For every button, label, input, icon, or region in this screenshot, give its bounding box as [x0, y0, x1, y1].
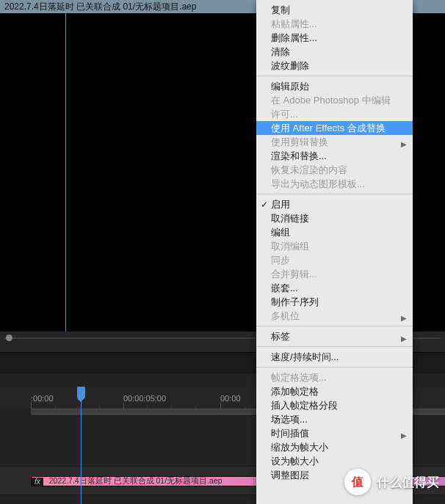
menu-item-label: 场选项... — [271, 413, 308, 426]
menu-item[interactable]: 插入帧定格分段 — [256, 398, 413, 412]
menu-item[interactable]: 嵌套... — [256, 281, 413, 295]
watermark-bubble: 值 — [344, 469, 371, 495]
menu-item[interactable]: 缩放为帧大小 — [256, 440, 413, 454]
menu-item-label: 同步 — [271, 254, 290, 266]
menu-item[interactable]: 场选项... — [256, 412, 413, 426]
menu-item-label: 合并剪辑... — [271, 268, 317, 280]
menu-item: 许可... — [256, 107, 413, 121]
menu-item-label: 波纹删除 — [271, 59, 309, 72]
menu-item[interactable]: 时间插值▶ — [256, 426, 413, 440]
menu-item-label: 多机位 — [271, 310, 300, 322]
timeline-clip-name: 2022.7.4日落延时 已关联合成 01/无标题项目.aep — [49, 476, 222, 486]
watermark: 值 什么值得买 — [344, 469, 439, 495]
menu-item-label: 启用 — [271, 198, 290, 211]
menu-item-label: 标签 — [271, 330, 290, 343]
menu-item: 在 Adobe Photoshop 中编辑 — [256, 93, 413, 107]
menu-item-label: 编组 — [271, 226, 290, 238]
watermark-text: 什么值得买 — [377, 474, 439, 491]
menu-item[interactable]: 标签▶ — [256, 329, 413, 343]
menu-item[interactable]: 编组 — [256, 225, 413, 239]
menu-separator — [256, 76, 413, 76]
menu-item-label: 清除 — [271, 45, 290, 58]
menu-item-label: 帧定格选项... — [271, 371, 327, 384]
menu-item: 合并剪辑... — [256, 267, 413, 281]
menu-item: 恢复未渲染的内容 — [256, 163, 413, 177]
menu-item: 导出为动态图形模板... — [256, 177, 413, 191]
menu-item[interactable]: ✓启用 — [256, 197, 413, 211]
menu-separator — [256, 367, 413, 368]
menu-item-label: 速度/持续时间... — [271, 351, 339, 363]
menu-item-label: 粘贴属性... — [271, 18, 317, 30]
menu-item: 取消编组 — [256, 239, 413, 253]
menu-item: 多机位▶ — [256, 309, 413, 323]
submenu-arrow-icon: ▶ — [401, 312, 407, 324]
menu-item-label: 在 Adobe Photoshop 中编辑 — [271, 94, 391, 106]
menu-item: 同步 — [256, 253, 413, 267]
menu-item-label: 使用剪辑替换 — [271, 136, 328, 148]
menu-item: 粘贴属性... — [256, 17, 413, 31]
menu-separator — [256, 194, 413, 194]
menu-item-label: 设为帧大小 — [271, 455, 319, 467]
menu-item[interactable]: 复制 — [256, 3, 413, 17]
menu-item[interactable]: 使用 After Effects 合成替换 — [256, 121, 413, 135]
menu-item-label: 复制 — [271, 4, 290, 16]
menu-item-label: 导出为动态图形模板... — [271, 178, 365, 190]
menu-item-label: 恢复未渲染的内容 — [271, 164, 347, 176]
monitor-clip-name: 2022.7.4日落延时 已关联合成 01/无标题项目.aep — [0, 1, 196, 13]
menu-item[interactable]: 波纹删除 — [256, 59, 413, 73]
menu-item[interactable]: 速度/持续时间... — [256, 350, 413, 364]
menu-separator — [256, 346, 413, 347]
menu-item-label: 取消编组 — [271, 240, 309, 252]
menu-item-label: 缩放为帧大小 — [271, 441, 328, 453]
menu-item-label: 插入帧定格分段 — [271, 399, 338, 412]
menu-item[interactable]: 取消链接 — [256, 211, 413, 225]
menu-item[interactable]: 添加帧定格 — [256, 384, 413, 398]
playhead-head-icon[interactable] — [77, 387, 85, 398]
menu-item: 帧定格选项... — [256, 370, 413, 384]
menu-item[interactable]: 清除 — [256, 45, 413, 59]
menu-item[interactable]: 编辑原始 — [256, 79, 413, 93]
monitor-playhead-line — [65, 13, 66, 332]
menu-item-label: 嵌套... — [271, 282, 298, 294]
check-icon: ✓ — [261, 199, 268, 211]
menu-item: 使用剪辑替换▶ — [256, 135, 413, 149]
menu-item[interactable]: 制作子序列 — [256, 295, 413, 309]
menu-separator — [256, 326, 413, 326]
menu-item[interactable]: 设为帧大小 — [256, 454, 413, 468]
menu-item[interactable]: 渲染和替换... — [256, 149, 413, 163]
menu-item-label: 使用 After Effects 合成替换 — [271, 122, 386, 134]
menu-item-label: 时间插值 — [271, 427, 309, 439]
ruler-tick: 00:00:05:00 — [123, 388, 166, 409]
menu-item-label: 制作子序列 — [271, 296, 319, 308]
ruler-tick: :00:00 — [31, 388, 54, 409]
menu-item-label: 取消链接 — [271, 212, 309, 224]
timeline-playhead[interactable] — [81, 388, 82, 504]
menu-item-label: 删除属性... — [271, 32, 317, 44]
scrub-handle[interactable] — [6, 335, 12, 341]
clip-context-menu[interactable]: 复制粘贴属性...删除属性...清除波纹删除编辑原始在 Adobe Photos… — [256, 0, 413, 504]
menu-item-label: 添加帧定格 — [271, 385, 319, 398]
menu-item-label: 渲染和替换... — [271, 150, 327, 162]
menu-item[interactable]: 删除属性... — [256, 31, 413, 45]
ruler-tick: 00:00 — [220, 388, 241, 409]
fx-badge[interactable]: fx — [32, 478, 43, 486]
menu-item-label: 调整图层 — [271, 469, 309, 481]
menu-item-label: 许可... — [271, 108, 298, 120]
menu-item-label: 编辑原始 — [271, 80, 309, 92]
submenu-arrow-icon: ▶ — [401, 332, 407, 345]
